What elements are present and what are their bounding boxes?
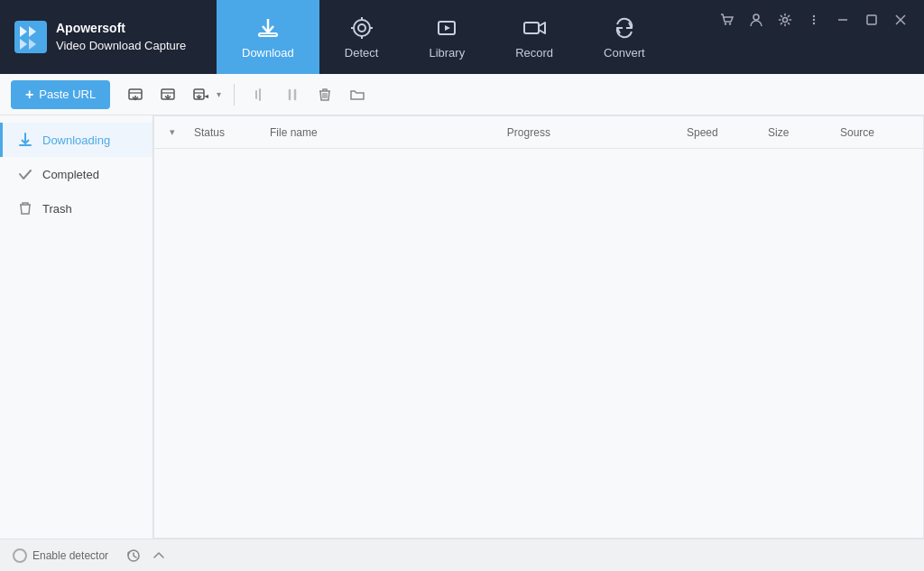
close-button[interactable] xyxy=(888,7,913,32)
pause-icon xyxy=(284,87,300,103)
svg-rect-30 xyxy=(162,89,174,99)
downloading-icon xyxy=(17,132,33,148)
record-tab-icon xyxy=(522,15,547,41)
svg-marker-14 xyxy=(445,25,450,31)
trash-sidebar-icon xyxy=(17,200,33,216)
sidebar-item-completed[interactable]: Completed xyxy=(0,157,152,191)
tab-detect[interactable]: Detect xyxy=(319,0,404,74)
svg-rect-24 xyxy=(867,15,876,24)
svg-point-7 xyxy=(354,20,370,36)
plus-icon: + xyxy=(25,87,33,103)
statusbar-expand-button[interactable] xyxy=(148,545,170,566)
titlebar: Apowersoft Video Download Capture Downlo… xyxy=(0,0,924,74)
convert-tab-icon xyxy=(612,15,637,41)
download-options-group: ▾ xyxy=(186,80,223,109)
header-dropdown-arrow[interactable]: ▾ xyxy=(170,126,175,138)
detect-tab-icon xyxy=(349,15,374,41)
folder-icon xyxy=(349,87,365,103)
statusbar: Enable detector xyxy=(0,539,924,571)
delete-button[interactable] xyxy=(310,80,339,109)
svg-point-16 xyxy=(725,23,726,24)
app-title: Video Download Capture xyxy=(56,38,186,54)
tab-download[interactable]: Download xyxy=(217,0,319,74)
stop-button[interactable] xyxy=(245,80,274,109)
tab-convert[interactable]: Convert xyxy=(578,0,670,74)
th-progress: Progress xyxy=(500,126,679,139)
more-icon[interactable] xyxy=(801,7,827,32)
sidebar: Downloading Completed Trash xyxy=(0,115,153,539)
svg-point-8 xyxy=(358,24,365,32)
maximize-button[interactable] xyxy=(859,7,884,32)
window-controls xyxy=(704,7,924,32)
svg-point-17 xyxy=(729,23,731,24)
svg-point-18 xyxy=(753,14,759,20)
user-icon[interactable] xyxy=(744,7,769,32)
sidebar-item-trash[interactable]: Trash xyxy=(0,191,152,226)
th-checkbox[interactable]: ▾ xyxy=(154,126,190,138)
download-options-button[interactable] xyxy=(186,80,215,109)
toolbar: + Paste URL ▾ xyxy=(0,74,924,115)
chevron-up-icon xyxy=(152,549,165,562)
tab-record[interactable]: Record xyxy=(490,0,578,74)
th-status: Status xyxy=(190,126,263,139)
download-options-icon xyxy=(192,87,208,103)
svg-rect-0 xyxy=(14,21,47,53)
pause-button[interactable] xyxy=(278,80,307,109)
sidebar-item-downloading[interactable]: Downloading xyxy=(0,123,152,157)
minimize-button[interactable] xyxy=(830,7,855,32)
library-tab-icon xyxy=(434,15,459,41)
download-tab-icon xyxy=(255,15,281,41)
download-panel: ▾ Status File name Progress Speed Size S… xyxy=(153,115,924,539)
statusbar-controls xyxy=(123,545,170,566)
statusbar-history-button[interactable] xyxy=(123,545,144,566)
svg-point-19 xyxy=(783,18,788,23)
app-logo: Apowersoft Video Download Capture xyxy=(0,20,217,54)
trash-icon xyxy=(317,87,333,103)
table-header: ▾ Status File name Progress Speed Size S… xyxy=(154,116,923,149)
th-source: Source xyxy=(833,126,923,139)
th-size: Size xyxy=(761,126,833,139)
logo-text: Apowersoft Video Download Capture xyxy=(56,20,186,54)
svg-point-21 xyxy=(813,19,815,21)
th-speed: Speed xyxy=(679,126,761,139)
svg-rect-5 xyxy=(259,33,277,36)
open-folder-button[interactable] xyxy=(343,80,372,109)
paste-url-button[interactable]: + Paste URL xyxy=(11,80,110,109)
svg-point-22 xyxy=(813,23,815,24)
import-browser-icon xyxy=(127,87,143,103)
svg-point-20 xyxy=(813,15,815,17)
import-browser-button[interactable] xyxy=(121,80,150,109)
settings-icon[interactable] xyxy=(772,7,798,32)
enable-detector-toggle[interactable]: Enable detector xyxy=(13,548,108,563)
download-url-button[interactable] xyxy=(153,80,182,109)
download-url-icon xyxy=(160,87,176,103)
tab-library[interactable]: Library xyxy=(403,0,490,74)
app-logo-icon xyxy=(14,21,47,53)
detector-status-indicator xyxy=(13,548,27,563)
main-area: Downloading Completed Trash ▾ Status Fil… xyxy=(0,115,924,539)
stop-icon xyxy=(252,87,268,103)
th-filename: File name xyxy=(263,126,500,139)
cart-icon[interactable] xyxy=(715,7,740,32)
history-icon xyxy=(126,548,141,563)
completed-icon xyxy=(17,166,33,182)
svg-rect-15 xyxy=(524,23,539,33)
download-dropdown-arrow[interactable]: ▾ xyxy=(215,87,223,101)
company-name: Apowersoft xyxy=(56,20,186,38)
toolbar-separator-1 xyxy=(234,84,235,106)
table-body xyxy=(154,149,923,538)
